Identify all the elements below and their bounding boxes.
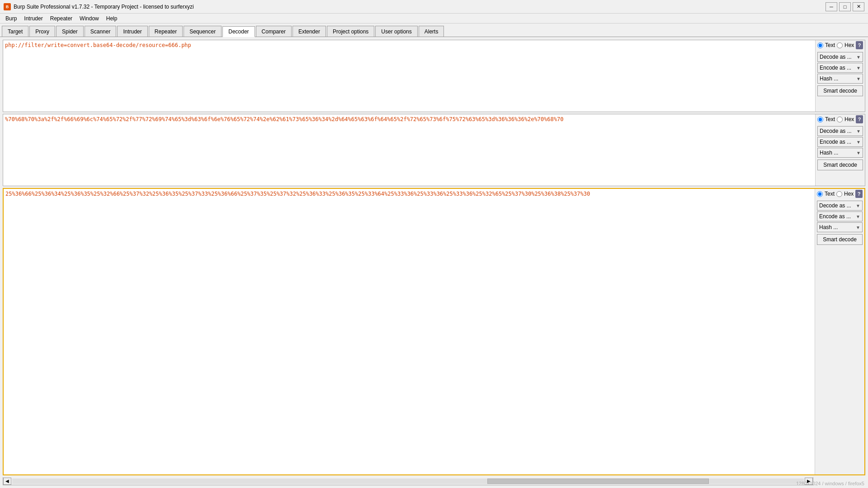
radio-hex-label-3[interactable]: Hex — [844, 191, 854, 197]
help-button-3[interactable]: ? — [855, 190, 863, 198]
hash-label-2: Hash ... — [820, 150, 838, 156]
smart-decode-button-2[interactable]: Smart decode — [817, 160, 863, 170]
radio-hex-label-1[interactable]: Hex — [844, 42, 854, 48]
hash-label-3: Hash ... — [819, 224, 838, 230]
menu-repeater[interactable]: Repeater — [47, 14, 76, 23]
hash-button-1[interactable]: Hash ... ▼ — [817, 74, 863, 84]
encode-as-label-3: Encode as ... — [819, 213, 851, 220]
radio-hex-1[interactable] — [837, 42, 843, 48]
encode-as-label-2: Encode as ... — [820, 139, 851, 145]
minimize-button[interactable]: ─ — [826, 2, 837, 11]
decode-as-arrow-3: ▼ — [856, 203, 860, 208]
hash-arrow-2: ▼ — [856, 150, 861, 155]
hash-arrow-1: ▼ — [856, 76, 861, 81]
encode-as-arrow-2: ▼ — [856, 140, 861, 145]
radio-hex-label-2[interactable]: Hex — [844, 116, 854, 122]
title-bar: B Burp Suite Professional v1.7.32 - Temp… — [0, 0, 868, 14]
horizontal-scrollbar-3: ◀ ▶ — [3, 477, 813, 485]
tab-scanner[interactable]: Scanner — [85, 26, 117, 37]
maximize-button[interactable]: □ — [839, 2, 851, 11]
tab-proxy[interactable]: Proxy — [29, 26, 55, 37]
radio-hex-2[interactable] — [837, 117, 843, 122]
main-content: php://filter/write=convert.base64-decode… — [0, 37, 868, 488]
menu-help[interactable]: Help — [103, 14, 121, 23]
tab-sequencer[interactable]: Sequencer — [184, 26, 222, 37]
encode-as-arrow-1: ▼ — [856, 66, 861, 70]
encode-as-button-1[interactable]: Encode as ... ▼ — [817, 63, 863, 73]
decoder-text-1[interactable]: php://filter/write=convert.base64-decode… — [3, 40, 815, 112]
radio-text-label-1[interactable]: Text — [825, 42, 835, 48]
tab-extender[interactable]: Extender — [292, 26, 326, 37]
hash-button-2[interactable]: Hash ... ▼ — [817, 148, 863, 158]
close-button[interactable]: ✕ — [853, 2, 864, 11]
tab-project-options[interactable]: Project options — [327, 26, 374, 37]
decoder-text-3[interactable]: 25%36%66%25%36%34%25%36%35%25%32%66%25%3… — [4, 189, 815, 474]
radio-text-label-2[interactable]: Text — [825, 116, 835, 122]
radio-text-label-3[interactable]: Text — [825, 191, 835, 197]
decode-as-label-3: Decode as ... — [819, 202, 851, 209]
smart-decode-button-1[interactable]: Smart decode — [817, 85, 863, 96]
menu-intruder[interactable]: Intruder — [20, 14, 46, 23]
help-button-1[interactable]: ? — [856, 41, 863, 49]
app-icon: B — [4, 3, 11, 10]
decoder-text-2[interactable]: %70%68%70%3a%2f%2f%66%69%6c%74%65%72%2f%… — [3, 114, 815, 186]
radio-text-2[interactable] — [817, 117, 823, 122]
tab-user-options[interactable]: User options — [375, 26, 417, 37]
help-button-2[interactable]: ? — [856, 115, 863, 123]
tab-spider[interactable]: Spider — [56, 26, 84, 37]
tab-intruder[interactable]: Intruder — [117, 26, 147, 37]
hash-arrow-3: ▼ — [856, 225, 860, 230]
controls-1: Text Hex ? Decode as ... ▼ Encode as ...… — [815, 40, 865, 112]
decoder-row-3: 25%36%66%25%36%34%25%36%35%25%32%66%25%3… — [3, 188, 865, 475]
decoder-row-3-wrapper: 25%36%66%25%36%34%25%36%35%25%32%66%25%3… — [3, 188, 865, 485]
decode-as-button-2[interactable]: Decode as ... ▼ — [817, 126, 863, 136]
encode-as-arrow-3: ▼ — [856, 214, 860, 219]
hash-button-3[interactable]: Hash ... ▼ — [817, 222, 863, 232]
decode-as-arrow-2: ▼ — [856, 129, 861, 134]
radio-text-1[interactable] — [817, 42, 823, 48]
decode-as-label-2: Decode as ... — [820, 128, 852, 134]
menu-window[interactable]: Window — [76, 14, 103, 23]
tab-comparer[interactable]: Comparer — [256, 26, 292, 37]
radio-text-3[interactable] — [817, 191, 823, 197]
controls-2: Text Hex ? Decode as ... ▼ Encode as ...… — [815, 114, 865, 186]
decode-as-button-1[interactable]: Decode as ... ▼ — [817, 52, 863, 62]
menu-bar: Burp Intruder Repeater Window Help — [0, 14, 868, 23]
decode-as-arrow-1: ▼ — [856, 55, 861, 60]
watermark: 1280x1024 / windows / firefox5 — [796, 481, 864, 486]
decoder-row-1: php://filter/write=convert.base64-decode… — [3, 40, 865, 112]
smart-decode-button-3[interactable]: Smart decode — [817, 234, 863, 245]
encode-as-button-3[interactable]: Encode as ... ▼ — [817, 211, 863, 221]
encode-as-label-1: Encode as ... — [820, 65, 851, 71]
decoder-row-2: %70%68%70%3a%2f%2f%66%69%6c%74%65%72%2f%… — [3, 114, 865, 186]
tab-bar: Target Proxy Spider Scanner Intruder Rep… — [0, 23, 868, 37]
scrollbar-track[interactable] — [12, 479, 804, 484]
scroll-left-button[interactable]: ◀ — [3, 478, 11, 485]
tab-target[interactable]: Target — [2, 26, 28, 37]
radio-hex-3[interactable] — [836, 191, 842, 197]
controls-3: Text Hex ? Decode as ... ▼ Encode as ...… — [815, 189, 864, 474]
encode-as-button-2[interactable]: Encode as ... ▼ — [817, 137, 863, 147]
decode-as-label-1: Decode as ... — [820, 54, 852, 60]
decode-as-button-3[interactable]: Decode as ... ▼ — [817, 201, 863, 211]
tab-decoder[interactable]: Decoder — [222, 26, 255, 37]
decoder-panels: php://filter/write=convert.base64-decode… — [3, 40, 865, 485]
tab-repeater[interactable]: Repeater — [149, 26, 183, 37]
menu-burp[interactable]: Burp — [2, 14, 20, 23]
scrollbar-thumb[interactable] — [487, 479, 709, 484]
tab-alerts[interactable]: Alerts — [419, 26, 444, 37]
hash-label-1: Hash ... — [820, 75, 838, 82]
window-title: Burp Suite Professional v1.7.32 - Tempor… — [14, 4, 194, 10]
